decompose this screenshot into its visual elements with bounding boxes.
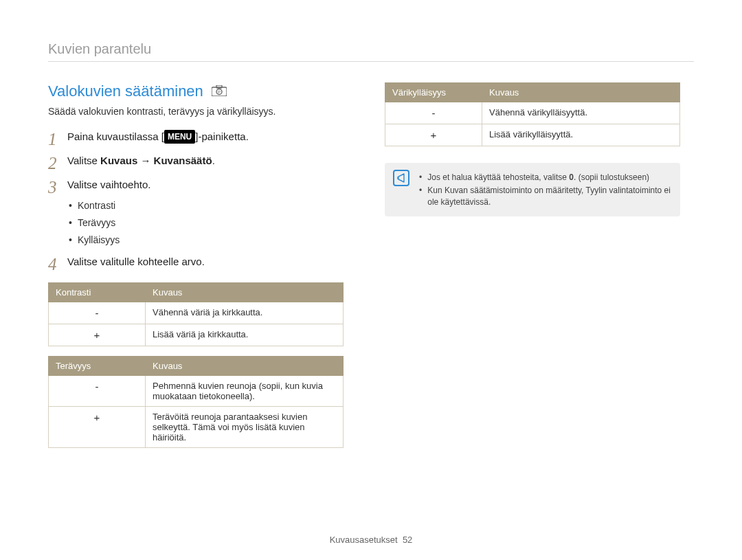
- note-icon: [393, 170, 409, 186]
- cell-sign: +: [385, 124, 482, 146]
- cell-sign: -: [385, 102, 482, 124]
- cell-desc: Vähennä väriä ja kirkkautta.: [146, 302, 344, 324]
- table-row: - Vähennä väriä ja kirkkautta.: [49, 302, 344, 324]
- table-row: + Lisää värikylläisyyttä.: [385, 124, 680, 146]
- cell-sign: -: [49, 375, 146, 406]
- table-teravyys: Terävyys Kuvaus - Pehmennä kuvien reunoj…: [48, 356, 344, 448]
- menu-badge: MENU: [164, 130, 195, 144]
- footer: Kuvausasetukset 52: [0, 535, 742, 545]
- page-title: Valokuvien säätäminen P: [48, 82, 344, 100]
- table-kontrasti: Kontrasti Kuvaus - Vähennä väriä ja kirk…: [48, 282, 344, 346]
- note-list: Jos et halua käyttää tehosteita, valitse…: [419, 171, 671, 208]
- cell-sign: +: [49, 324, 146, 346]
- note-item: Jos et halua käyttää tehosteita, valitse…: [419, 171, 671, 184]
- note-item: Kun Kuvan säätämistoiminto on määritetty…: [419, 184, 671, 209]
- breadcrumb: Kuvien parantelu: [48, 41, 694, 61]
- step-3-body: Valitse vaihtoehto. Kontrasti Terävyys K…: [67, 177, 150, 249]
- step-number: 3: [48, 177, 67, 196]
- svg-rect-1: [216, 85, 222, 88]
- footer-section: Kuvausasetukset: [330, 535, 398, 545]
- table-row: - Vähennä värikylläisyyttä.: [385, 102, 680, 124]
- table-row: + Terävöitä reunoja parantaaksesi kuvien…: [49, 406, 344, 447]
- divider: [48, 61, 694, 62]
- th-varikyllaisyys: Värikylläisyys: [385, 83, 482, 102]
- step-4-body: Valitse valitulle kohteelle arvo.: [67, 254, 205, 270]
- th-teravyys: Terävyys: [49, 356, 146, 375]
- camera-icon: P: [212, 82, 227, 100]
- svg-text:P: P: [218, 90, 221, 94]
- cell-desc: Pehmennä kuvien reunoja (sopii, kun kuvi…: [146, 375, 344, 406]
- column-right: Värikylläisyys Kuvaus - Vähennä värikyll…: [385, 82, 680, 448]
- table-row: + Lisää väriä ja kirkkautta.: [49, 324, 344, 346]
- step-number: 4: [48, 254, 67, 273]
- cell-desc: Terävöitä reunoja parantaaksesi kuvien s…: [146, 406, 344, 447]
- table-row: - Pehmennä kuvien reunoja (sopii, kun ku…: [49, 375, 344, 406]
- cell-desc: Lisää värikylläisyyttä.: [482, 124, 680, 146]
- bullet-item: Kylläisyys: [69, 232, 150, 249]
- th-kontrasti: Kontrasti: [49, 282, 146, 302]
- column-left: Valokuvien säätäminen P Säädä valokuvien…: [48, 82, 344, 448]
- step-number: 2: [48, 153, 67, 172]
- footer-page: 52: [403, 535, 412, 545]
- step-number: 1: [48, 129, 67, 148]
- note-box: Jos et halua käyttää tehosteita, valitse…: [385, 163, 680, 216]
- bullet-item: Terävyys: [69, 214, 150, 232]
- cell-sign: -: [49, 302, 146, 324]
- step-3-bullets: Kontrasti Terävyys Kylläisyys: [67, 193, 150, 249]
- th-kuvaus: Kuvaus: [482, 83, 680, 102]
- bullet-item: Kontrasti: [69, 197, 150, 214]
- step-1-body: Paina kuvaustilassa [MENU]-painiketta.: [67, 129, 249, 145]
- intro-text: Säädä valokuvien kontrasti, terävyys ja …: [48, 106, 344, 117]
- step-2-body: Valitse Kuvaus → Kuvansäätö.: [67, 153, 215, 169]
- th-kuvaus: Kuvaus: [146, 282, 344, 302]
- cell-desc: Vähennä värikylläisyyttä.: [482, 102, 680, 124]
- th-kuvaus: Kuvaus: [146, 356, 344, 375]
- cell-sign: +: [49, 406, 146, 447]
- table-varikyllaisyys: Värikylläisyys Kuvaus - Vähennä värikyll…: [385, 82, 680, 146]
- cell-desc: Lisää väriä ja kirkkautta.: [146, 324, 344, 346]
- page-title-text: Valokuvien säätäminen: [48, 82, 203, 100]
- steps-list: 1 Paina kuvaustilassa [MENU]-painiketta.…: [48, 129, 344, 273]
